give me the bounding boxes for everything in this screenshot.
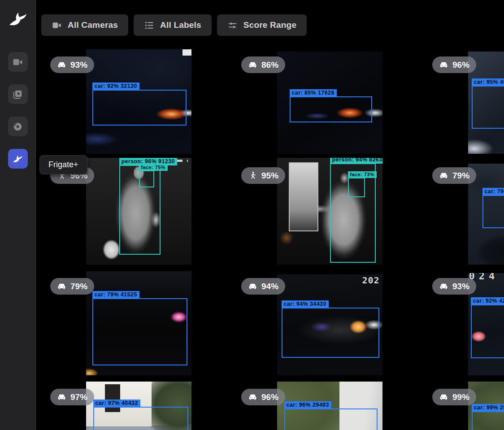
- detection-box: car: 92% 32130: [92, 90, 187, 126]
- detection-label: car: 92% 32130: [92, 83, 139, 90]
- snapshot-cell: 95% person: 94% 82630 face: 73%: [234, 154, 425, 265]
- car-icon: [439, 171, 448, 180]
- snapshot-cell: 97% car: 97% 40432: [43, 375, 234, 430]
- score-badge: 93%: [50, 56, 94, 73]
- detection-box: car: 79% 41525: [92, 298, 187, 365]
- car-icon: [57, 60, 66, 69]
- detection-box: car: 97% 40432: [93, 407, 188, 430]
- video-camera-icon: [52, 20, 62, 30]
- detection-label: car: 79% 41525: [92, 291, 139, 299]
- snapshot-cell: 94% car: 94% 34430 202: [234, 265, 425, 375]
- badge-score: 86%: [261, 60, 278, 70]
- snapshot-cell: 79% car: 79%: [425, 154, 504, 265]
- sidebar-item-review[interactable]: [8, 84, 28, 104]
- badge-score: 94%: [261, 282, 278, 291]
- detection-label: car: 96% 29493: [284, 401, 331, 409]
- detection-label: person: 94% 82630: [330, 158, 382, 164]
- bird-icon: [12, 153, 23, 165]
- face-label: face: 73%: [348, 171, 377, 178]
- score-badge: 97%: [50, 389, 94, 405]
- face-box: face: 75%: [139, 170, 154, 187]
- snapshot-cell: 86% car: 85% 17628: [234, 43, 425, 154]
- detection-label: car: 95% 45260: [472, 78, 504, 86]
- badge-score: 79%: [70, 282, 87, 291]
- detection-box: car: 99% 25: [472, 411, 504, 430]
- detection-label: car: 99% 25: [472, 404, 504, 412]
- snapshot-cell: 79% car: 79% 41525: [43, 265, 234, 375]
- sidebar-item-frigate-plus[interactable]: [8, 149, 28, 169]
- detection-box: car: 95% 45260: [472, 86, 504, 129]
- badge-score: 93%: [452, 282, 469, 291]
- car-icon: [248, 60, 257, 69]
- badge-score: 97%: [70, 392, 87, 402]
- frigate-plus-tooltip: Frigate+: [39, 155, 87, 174]
- bird-icon: [8, 9, 28, 30]
- score-badge: 79%: [432, 167, 476, 184]
- snapshot-image[interactable]: car: 94% 34430 202: [277, 274, 382, 375]
- snapshot-cell: 99% car: 99% 25: [425, 375, 504, 430]
- snapshot-image[interactable]: car: 92% 32130: [86, 49, 191, 154]
- badge-score: 99%: [452, 392, 469, 402]
- badge-score: 79%: [452, 171, 469, 181]
- disc-icon: [12, 121, 23, 132]
- snapshot-cell: 96% car: 95% 45260: [425, 43, 504, 154]
- badge-score: 95%: [261, 171, 278, 181]
- score-badge: 95%: [241, 167, 285, 184]
- snapshot-image[interactable]: person: 96% 91230 face: 75%: [86, 158, 191, 265]
- score-badge: 96%: [432, 56, 476, 73]
- car-icon: [248, 392, 257, 402]
- detection-label: car: 92% 4218: [471, 297, 504, 305]
- filter-label: All Labels: [160, 20, 201, 30]
- car-icon: [248, 282, 257, 291]
- sidebar-item-live[interactable]: [8, 52, 28, 72]
- face-box: face: 73%: [348, 178, 365, 197]
- snapshot-cell: 93% car: 92% 4218 024 05: [425, 265, 504, 375]
- score-badge: 93%: [432, 278, 476, 295]
- score-badge: 99%: [432, 389, 476, 405]
- filter-label: All Cameras: [68, 20, 118, 30]
- car-icon: [57, 282, 66, 291]
- detection-box: car: 79%: [482, 195, 504, 228]
- score-range-filter-button[interactable]: Score Range: [217, 14, 307, 36]
- badge-score: 96%: [452, 60, 469, 70]
- snapshot-image[interactable]: car: 99% 25: [468, 382, 504, 430]
- filter-label: Score Range: [243, 20, 296, 30]
- detection-label: car: 79%: [482, 188, 504, 195]
- car-icon: [439, 392, 448, 402]
- detection-label: car: 94% 34430: [282, 300, 329, 308]
- badge-score: 96%: [261, 392, 278, 402]
- frigate-logo[interactable]: [8, 9, 28, 30]
- all-labels-filter-button[interactable]: All Labels: [134, 14, 212, 36]
- sidebar-item-export[interactable]: [8, 117, 28, 136]
- sidebar-nav: [8, 52, 28, 169]
- detection-label: car: 85% 17628: [290, 89, 337, 97]
- snapshot-image[interactable]: car: 97% 40432: [86, 382, 191, 430]
- snapshot-image[interactable]: car: 79% 41525: [86, 271, 191, 375]
- snapshot-image[interactable]: car: 96% 29493: [277, 382, 382, 430]
- snapshot-image[interactable]: person: 94% 82630 face: 73%: [277, 158, 382, 265]
- sliders-icon: [227, 20, 238, 30]
- score-badge: 96%: [241, 389, 285, 405]
- snapshot-cell: 93% car: 92% 32130: [43, 43, 234, 154]
- detection-box: car: 96% 29493: [284, 408, 378, 430]
- sidebar: [0, 0, 36, 430]
- snapshot-cell: 96% car: 96% 29493: [234, 375, 425, 430]
- car-icon: [439, 282, 448, 291]
- review-icon: [12, 89, 23, 100]
- detection-box: car: 92% 4218: [471, 304, 504, 358]
- score-badge: 94%: [241, 278, 285, 295]
- car-icon: [57, 392, 66, 402]
- snapshot-grid: 93% car: 92% 32130 86% car: 85% 17628 96…: [43, 43, 504, 430]
- detection-box: car: 85% 17628: [290, 96, 372, 122]
- list-icon: [144, 20, 154, 30]
- score-badge: 79%: [50, 278, 94, 295]
- detection-box: car: 94% 34430: [282, 308, 379, 358]
- all-cameras-filter-button[interactable]: All Cameras: [41, 14, 128, 36]
- filter-bar: All Cameras All Labels Score Range: [41, 14, 307, 36]
- detection-label: car: 97% 40432: [93, 400, 140, 407]
- score-badge: 86%: [241, 56, 285, 73]
- person-icon: [248, 171, 257, 180]
- video-camera-icon: [12, 56, 23, 68]
- face-label: face: 75%: [139, 164, 168, 171]
- snapshot-image[interactable]: car: 85% 17628: [277, 52, 382, 154]
